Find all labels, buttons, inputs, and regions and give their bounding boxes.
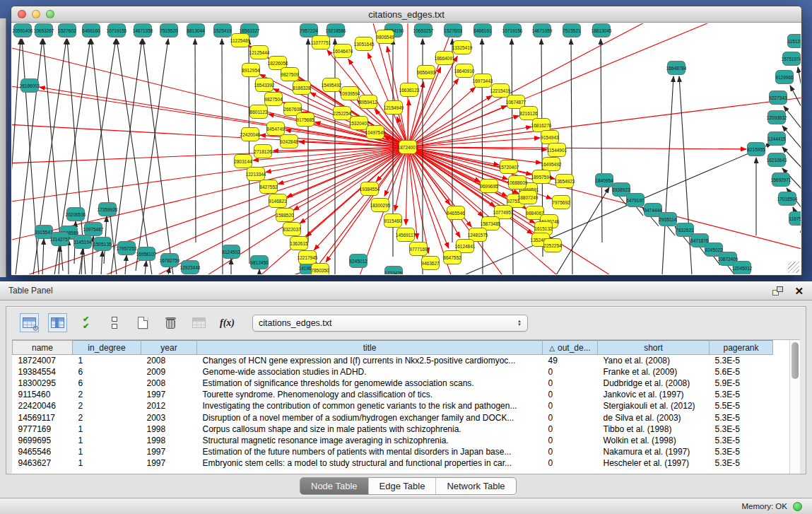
- graph-node-yellow[interactable]: 9242848: [280, 135, 298, 148]
- window-resize-grip[interactable]: [788, 262, 799, 273]
- zoom-window-button[interactable]: [46, 10, 54, 18]
- citation-edge-black[interactable]: [145, 261, 146, 274]
- table-cell-name[interactable]: 14569117: [13, 411, 73, 423]
- graph-node-yellow[interactable]: 9465546: [447, 206, 465, 220]
- graph-node-teal[interactable]: 1527603: [444, 24, 462, 37]
- graph-node-yellow[interactable]: 12154949: [384, 101, 404, 115]
- graph-node-teal[interactable]: 10719156: [502, 24, 523, 37]
- graph-node-yellow[interactable]: 18664091: [435, 52, 455, 65]
- table-cell-title[interactable]: Investigating the contribution of common…: [197, 400, 543, 411]
- table-cell-in_degree[interactable]: 6: [73, 378, 141, 389]
- table-row[interactable]: 911546021997Tourette syndrome. Phenomeno…: [13, 389, 773, 400]
- table-cell-in_degree[interactable]: 1: [73, 446, 141, 457]
- table-cell-short[interactable]: de Silva et al. (2003): [598, 411, 710, 423]
- graph-node-yellow[interactable]: 9777169: [409, 243, 428, 256]
- memory-ok-indicator[interactable]: [793, 502, 802, 511]
- table-scrollbar[interactable]: [789, 340, 800, 474]
- graph-node-teal[interactable]: 20591406: [13, 24, 33, 37]
- graph-node-yellow[interactable]: 13325419: [452, 41, 473, 54]
- graph-node-yellow[interactable]: 10497549: [365, 126, 386, 139]
- graph-node-teal[interactable]: 26166003: [20, 79, 40, 93]
- graph-node-yellow[interactable]: 2803144: [234, 155, 252, 168]
- graph-node-teal[interactable]: 20206536: [66, 208, 86, 221]
- graph-node-yellow[interactable]: 16495492: [541, 158, 562, 171]
- graph-node-teal[interactable]: 10653257: [413, 24, 434, 37]
- citation-edge-black[interactable]: [12, 39, 20, 271]
- table-cell-year[interactable]: 1998: [141, 424, 197, 435]
- citation-edge-black[interactable]: [601, 39, 602, 243]
- table-cell-short[interactable]: Yano et al. (2008): [598, 355, 710, 366]
- network-table-select[interactable]: citations_edges.txt ▲▼: [252, 315, 528, 332]
- citation-edge-red[interactable]: [408, 95, 492, 147]
- table-cell-out_degree[interactable]: 0: [543, 378, 598, 389]
- graph-node-yellow[interactable]: 10939594: [340, 87, 360, 100]
- graph-node-teal[interactable]: 8124503: [222, 245, 240, 259]
- citation-edge-black[interactable]: [168, 267, 170, 274]
- graph-node-yellow[interactable]: 2252254: [333, 107, 351, 120]
- column-header-in_degree[interactable]: in_degree: [73, 341, 141, 355]
- tab-edge-table[interactable]: Edge Table: [368, 478, 436, 494]
- graph-node-yellow[interactable]: 18807249: [518, 191, 539, 204]
- table-cell-name[interactable]: 9465546: [13, 446, 73, 457]
- table-cell-short[interactable]: Franke et al. (2009): [598, 366, 710, 378]
- graph-node-yellow[interactable]: 16636123: [399, 83, 420, 97]
- citation-edge-black[interactable]: [125, 255, 126, 274]
- table-cell-title[interactable]: Estimation of the future numbers of pati…: [197, 446, 543, 457]
- table-cell-in_degree[interactable]: 2: [73, 400, 141, 411]
- citation-edge-black[interactable]: [571, 39, 572, 274]
- table-cell-out_degree[interactable]: 0: [543, 366, 598, 378]
- tab-network-table[interactable]: Network Table: [435, 478, 515, 494]
- graph-node-teal[interactable]: 14671359: [532, 24, 553, 37]
- table-cell-name[interactable]: 9699695: [13, 435, 73, 446]
- column-header-out_degree[interactable]: △out_de...: [543, 341, 598, 355]
- citation-edge-black[interactable]: [512, 39, 513, 274]
- table-cell-out_degree[interactable]: 0: [543, 424, 598, 435]
- graph-node-teal[interactable]: 17359928: [98, 203, 118, 216]
- graph-node-yellow[interactable]: 9146821: [269, 194, 287, 208]
- citation-edge-black[interactable]: [798, 67, 801, 90]
- table-cell-pagerank[interactable]: 5.9E-5: [710, 378, 773, 389]
- graph-node-teal[interactable]: 1151204: [788, 35, 801, 48]
- graph-node-teal[interactable]: 12923448: [180, 261, 201, 274]
- table-cell-title[interactable]: Tourette syndrome. Phenomenology and cla…: [197, 389, 543, 400]
- graph-node-yellow[interactable]: 16816276: [531, 119, 552, 132]
- graph-node-yellow[interactable]: 13654923: [555, 175, 575, 188]
- citation-edge-red[interactable]: [406, 147, 408, 225]
- close-window-button[interactable]: [18, 10, 26, 18]
- citation-edge-red[interactable]: [293, 147, 408, 210]
- node-table[interactable]: namein_degreeyeartitle△out_de...shortpag…: [12, 340, 773, 469]
- citation-edge-black[interactable]: [662, 76, 673, 274]
- graph-node-yellow[interactable]: 8322037: [283, 223, 301, 236]
- graph-node-teal[interactable]: 15692971: [771, 173, 792, 187]
- graph-node-yellow[interactable]: 16973443: [473, 74, 493, 88]
- table-cell-name[interactable]: 18724007: [13, 355, 73, 366]
- table-cell-pagerank[interactable]: 5.3E-5: [710, 435, 773, 446]
- table-cell-year[interactable]: 2012: [141, 400, 197, 411]
- graph-node-yellow[interactable]: 2718126: [254, 145, 272, 158]
- table-cell-out_degree[interactable]: 0: [543, 411, 598, 423]
- graph-node-yellow[interactable]: 1588520: [276, 209, 294, 222]
- graph-node-yellow[interactable]: 9463627: [421, 257, 440, 270]
- table-cell-title[interactable]: Disruption of a novel member of a sodium…: [197, 411, 543, 423]
- citation-network-graph[interactable]: 2059140610653267152760264661601071915514…: [12, 23, 801, 274]
- graph-node-yellow[interactable]: 12125444: [249, 46, 270, 59]
- graph-node-yellow[interactable]: 9806549: [376, 30, 394, 44]
- table-cell-short[interactable]: Stergiakouli et al. (2012): [598, 400, 710, 411]
- graph-node-yellow[interactable]: 12213344: [246, 168, 266, 181]
- graph-node-yellow[interactable]: 9827504: [264, 93, 283, 106]
- table-cell-year[interactable]: 1997: [141, 457, 197, 469]
- table-row[interactable]: 946362711997Embryonic stem cells: a mode…: [13, 457, 773, 469]
- graph-node-teal[interactable]: 7632621: [676, 223, 694, 237]
- graph-node-teal[interactable]: 17016504: [777, 192, 798, 206]
- citation-edge-black[interactable]: [136, 39, 168, 271]
- table-cell-year[interactable]: 2008: [141, 355, 197, 366]
- citation-edge-black[interactable]: [195, 39, 196, 243]
- column-header-short[interactable]: short: [598, 341, 710, 355]
- table-cell-in_degree[interactable]: 2: [73, 411, 141, 423]
- graph-node-yellow[interactable]: 9656493: [417, 66, 435, 79]
- table-cell-out_degree[interactable]: 49: [543, 355, 598, 366]
- new-table-button[interactable]: [134, 314, 151, 332]
- graph-node-teal[interactable]: 7515520: [160, 24, 178, 37]
- graph-node-teal[interactable]: 1167530: [789, 212, 801, 226]
- table-cell-pagerank[interactable]: 5.3E-5: [710, 389, 773, 400]
